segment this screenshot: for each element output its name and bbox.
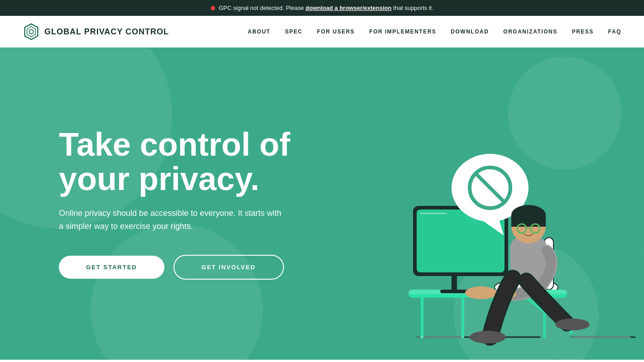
- logo-area[interactable]: GLOBAL PRIVACY CONTROL: [23, 23, 169, 40]
- logo-icon: [23, 23, 40, 40]
- hero-subtitle: Online privacy should be accessible to e…: [59, 207, 285, 233]
- logo-text[interactable]: GLOBAL PRIVACY CONTROL: [44, 27, 169, 37]
- hero-buttons: GET STARTED GET INVOLVED: [59, 255, 290, 280]
- svg-point-2: [29, 29, 34, 34]
- status-dot: [211, 6, 215, 10]
- get-involved-button[interactable]: GET INVOLVED: [173, 255, 284, 280]
- announcement-bar: GPC signal not detected. Please download…: [0, 0, 644, 16]
- svg-rect-16: [440, 290, 468, 293]
- svg-rect-27: [511, 214, 546, 227]
- nav-download[interactable]: DOWNLOAD: [451, 29, 489, 35]
- nav-for-implementers[interactable]: FOR IMPLEMENTERS: [369, 29, 436, 35]
- get-started-button[interactable]: GET STARTED: [59, 256, 164, 279]
- announcement-text: GPC signal not detected. Please download…: [219, 5, 433, 11]
- nav-links: ABOUT SPEC FOR USERS FOR IMPLEMENTERS DO…: [248, 29, 621, 35]
- hero-illustration: [350, 97, 644, 360]
- svg-marker-1: [27, 27, 36, 37]
- hero-content: Take control of your privacy. Online pri…: [0, 128, 290, 280]
- nav-faq[interactable]: FAQ: [608, 29, 621, 35]
- hero-section: Take control of your privacy. Online pri…: [0, 48, 644, 360]
- svg-point-3: [544, 247, 644, 360]
- svg-point-34: [555, 319, 590, 330]
- nav-for-users[interactable]: FOR USERS: [317, 29, 355, 35]
- svg-point-33: [470, 331, 506, 343]
- nav-about[interactable]: ABOUT: [248, 29, 270, 35]
- navbar: GLOBAL PRIVACY CONTROL ABOUT SPEC FOR US…: [0, 16, 644, 48]
- nav-press[interactable]: PRESS: [572, 29, 594, 35]
- svg-rect-37: [420, 213, 447, 214]
- nav-spec[interactable]: SPEC: [285, 29, 303, 35]
- hero-title: Take control of your privacy.: [59, 128, 290, 196]
- download-link[interactable]: download a browser/extension: [306, 5, 392, 11]
- nav-organizations[interactable]: ORGANIZATIONS: [503, 29, 557, 35]
